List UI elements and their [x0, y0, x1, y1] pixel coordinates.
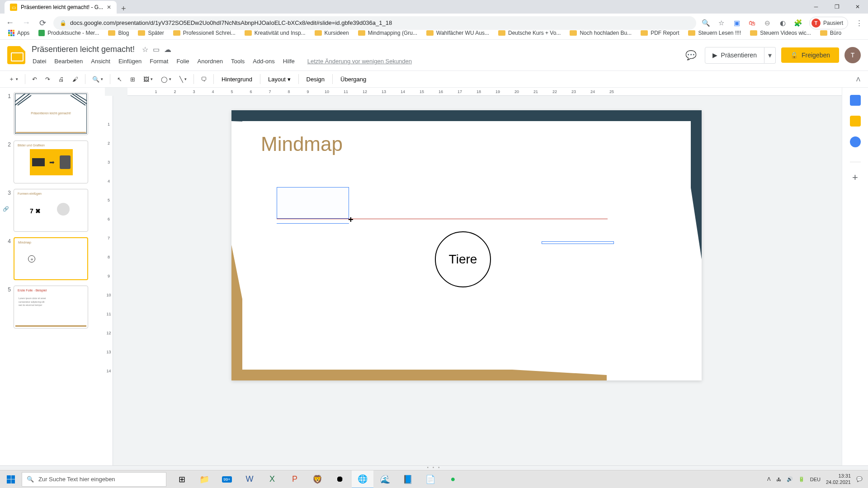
menu-datei[interactable]: Datei — [29, 56, 50, 66]
shape-tool[interactable]: ◯▾ — [158, 74, 175, 85]
slide-thumbnail-2[interactable]: Bilder und Grafiken ➡ — [14, 141, 88, 183]
menu-addons[interactable]: Add-ons — [249, 56, 278, 66]
bookmark-item[interactable]: Steuern Videos wic... — [746, 28, 815, 38]
bookmark-item[interactable]: Blog — [104, 28, 132, 38]
menu-folie[interactable]: Folie — [173, 56, 193, 66]
tab-close-icon[interactable]: ✕ — [107, 4, 111, 10]
menu-format[interactable]: Format — [146, 56, 172, 66]
tasks-addon-icon[interactable] — [850, 136, 861, 147]
word-icon[interactable]: W — [239, 470, 260, 488]
paint-format-button[interactable]: 🖌 — [69, 74, 81, 85]
browser-tab[interactable]: ▭ Präsentieren leicht gemacht! - G... ✕ — [5, 1, 117, 14]
slide-canvas[interactable]: Mindmap Tiere + — [231, 110, 702, 380]
slide-title[interactable]: Mindmap — [261, 133, 343, 155]
share-button[interactable]: 🔒 Freigeben — [781, 47, 839, 63]
vertical-ruler[interactable]: 1234567891011121314 — [105, 96, 113, 465]
extension-icon-2[interactable]: 🛍 — [748, 19, 757, 28]
mindmap-circle[interactable]: Tiere — [435, 231, 491, 287]
account-avatar[interactable]: T — [844, 47, 861, 63]
drawing-shape-rect[interactable] — [277, 187, 349, 219]
slide-thumbnail-1[interactable]: Präsentieren leicht gemacht! — [14, 92, 88, 135]
bookmark-item[interactable]: Mindmapping (Gru... — [354, 28, 421, 38]
star-document-icon[interactable]: ☆ — [142, 45, 148, 54]
language-indicator[interactable]: DEU — [810, 477, 821, 482]
slide-thumbnail-3[interactable]: Formen einfügen 7 ✖ — [14, 189, 88, 232]
explorer-icon[interactable]: 📁 — [193, 470, 215, 488]
task-view-icon[interactable]: ⊞ — [171, 470, 193, 488]
select-tool[interactable]: ↖ — [114, 74, 125, 85]
line-tool[interactable]: ╲▾ — [176, 74, 190, 85]
extensions-menu-icon[interactable]: 🧩 — [794, 19, 803, 28]
chrome-menu-icon[interactable]: ⋮ — [854, 19, 863, 28]
bookmark-item[interactable]: Professionell Schrei... — [170, 28, 239, 38]
present-dropdown[interactable]: ▾ — [764, 47, 776, 64]
extension-icon-4[interactable]: ◐ — [778, 19, 788, 28]
bookmark-item[interactable]: Produktsuche - Mer... — [35, 28, 103, 38]
new-slide-button[interactable]: ＋▾ — [5, 73, 21, 85]
obs-icon[interactable]: ⏺ — [329, 470, 351, 488]
present-button[interactable]: ▶ Präsentieren — [705, 47, 764, 64]
menu-einfuegen[interactable]: Einfügen — [115, 56, 145, 66]
undo-button[interactable]: ↶ — [29, 74, 40, 85]
zoom-button[interactable]: 🔍▾ — [89, 74, 106, 85]
slide-thumbnail-4[interactable]: Mindmap ⊖ — [14, 237, 88, 280]
comment-tool[interactable]: 🗨 — [198, 74, 210, 85]
extension-icon-1[interactable]: ▣ — [732, 19, 741, 28]
menu-hilfe[interactable]: Hilfe — [279, 56, 298, 66]
bookmark-item[interactable]: Büro — [816, 28, 845, 38]
keep-addon-icon[interactable] — [850, 116, 861, 127]
menu-tools[interactable]: Tools — [227, 56, 248, 66]
calendar-addon-icon[interactable] — [850, 95, 861, 106]
minimize-button[interactable]: ─ — [806, 0, 826, 14]
add-addon-icon[interactable]: + — [850, 172, 861, 183]
notifications-icon[interactable]: 💬 — [856, 476, 863, 482]
bookmark-item[interactable]: Später — [134, 28, 167, 38]
comments-button[interactable]: 💬 — [683, 47, 699, 63]
apps-shortcut[interactable]: Apps — [5, 28, 33, 38]
profile-chip[interactable]: T Pausiert — [809, 17, 848, 29]
shape-placeholder[interactable] — [542, 241, 614, 244]
slide-thumbnail-5[interactable]: Erste Folie - Beispiel Lorem ipsum dolor… — [14, 286, 88, 328]
menu-ansicht[interactable]: Ansicht — [87, 56, 114, 66]
clock[interactable]: 13:31 24.02.2021 — [826, 473, 851, 485]
last-edit-link[interactable]: Letzte Änderung vor wenigen Sekunden — [304, 56, 415, 66]
layout-button[interactable]: Layout ▾ — [264, 74, 295, 85]
notes-drag-handle[interactable]: • • • — [0, 465, 868, 469]
menu-bearbeiten[interactable]: Bearbeiten — [51, 56, 86, 66]
app-icon[interactable]: 📘 — [397, 470, 419, 488]
new-tab-button[interactable]: + — [117, 4, 131, 14]
back-button[interactable]: ← — [5, 18, 15, 28]
background-button[interactable]: Hintergrund — [217, 74, 256, 85]
mail-icon[interactable]: 99+ — [216, 470, 238, 488]
design-button[interactable]: Design — [302, 74, 329, 85]
star-icon[interactable]: ☆ — [717, 19, 726, 28]
collapse-toolbar-icon[interactable]: ᐱ — [854, 74, 863, 85]
textbox-tool[interactable]: ⊞ — [127, 74, 138, 85]
bookmark-item[interactable]: Wahlfächer WU Aus... — [423, 28, 493, 38]
print-button[interactable]: 🖨 — [55, 74, 67, 85]
maximize-button[interactable]: ❐ — [826, 0, 847, 14]
excel-icon[interactable]: X — [261, 470, 283, 488]
start-button[interactable] — [0, 470, 22, 488]
image-tool[interactable]: 🖼▾ — [140, 74, 156, 85]
bookmark-item[interactable]: Noch hochladen Bu... — [566, 28, 635, 38]
reload-button[interactable]: ⟳ — [37, 18, 48, 28]
bookmark-item[interactable]: Kursideen — [311, 28, 353, 38]
redo-button[interactable]: ↷ — [42, 74, 53, 85]
bookmark-item[interactable]: PDF Report — [637, 28, 683, 38]
bookmark-item[interactable]: Kreativität und Insp... — [241, 28, 309, 38]
transition-button[interactable]: Übergang — [336, 74, 370, 85]
zoom-icon[interactable]: 🔍 — [702, 19, 711, 28]
brave-icon[interactable]: 🦁 — [307, 470, 328, 488]
edge-icon[interactable]: 🌊 — [374, 470, 396, 488]
spotify-icon[interactable]: ● — [442, 470, 464, 488]
taskbar-search[interactable]: 🔍 Zur Suche Text hier eingeben — [22, 472, 166, 487]
document-title[interactable]: Präsentieren leicht gemacht! — [29, 44, 137, 55]
tray-expand-icon[interactable]: ᐱ — [767, 476, 771, 482]
cloud-status-icon[interactable]: ☁ — [164, 45, 171, 54]
app-icon[interactable]: 📄 — [420, 470, 441, 488]
close-window-button[interactable]: ✕ — [847, 0, 868, 14]
menu-anordnen[interactable]: Anordnen — [194, 56, 226, 66]
forward-button[interactable]: → — [21, 18, 32, 28]
slides-logo[interactable] — [7, 46, 25, 64]
